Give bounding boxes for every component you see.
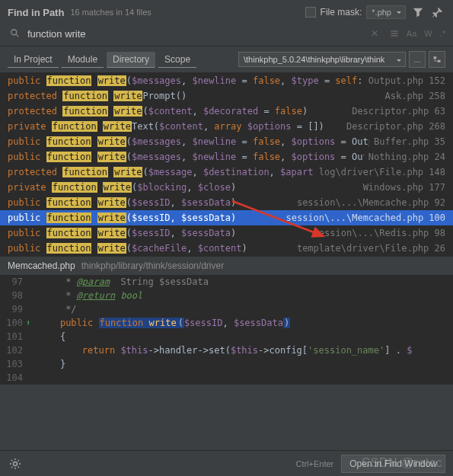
- directory-path[interactable]: \thinkphp_5.0.24\thinkphp\library\think: [238, 52, 406, 67]
- svg-rect-6: [438, 60, 441, 62]
- svg-rect-5: [434, 56, 437, 59]
- result-row[interactable]: public function write($cacheFile, $conte…: [0, 241, 453, 256]
- code-line: 99 */: [0, 302, 453, 316]
- code-line: 104: [0, 371, 453, 385]
- result-row[interactable]: public function write($messages, $newlin…: [0, 73, 453, 88]
- result-row[interactable]: public function write($sessID, $sessData…: [0, 210, 453, 225]
- filemask-label: File mask:: [321, 7, 362, 18]
- filemask-field[interactable]: *.php: [366, 5, 406, 19]
- filemask-checkbox[interactable]: [305, 7, 316, 18]
- words-toggle[interactable]: W: [424, 29, 432, 38]
- code-preview[interactable]: 97 * @param String $sessData98 * @return…: [0, 275, 453, 385]
- preview-filepath: thinkphp/library/think/session/driver: [81, 260, 224, 271]
- result-row[interactable]: public function write($messages, $newlin…: [0, 149, 453, 165]
- tab-directory[interactable]: Directory: [107, 52, 155, 68]
- svg-rect-3: [391, 33, 397, 34]
- svg-point-0: [11, 30, 17, 35]
- result-row[interactable]: public function write($sessID, $sessData…: [0, 195, 453, 210]
- tab-module[interactable]: Module: [62, 52, 104, 68]
- tab-scope[interactable]: Scope: [158, 52, 196, 68]
- dialog-title: Find in Path: [8, 7, 64, 18]
- code-line: 98 * @return bool: [0, 289, 453, 302]
- svg-point-7: [14, 462, 18, 465]
- svg-rect-2: [391, 30, 397, 32]
- open-in-find-window-button[interactable]: Open in Find Window: [341, 455, 445, 473]
- search-input[interactable]: [27, 27, 362, 41]
- code-line: 97 * @param String $sessData: [0, 275, 453, 289]
- search-options: Aa W .*: [407, 29, 445, 38]
- result-row[interactable]: protected function write($content, $deco…: [0, 104, 453, 119]
- code-line: 101 {: [0, 330, 453, 343]
- preview-filename: Memcached.php: [8, 260, 75, 271]
- match-case-toggle[interactable]: Aa: [407, 29, 416, 38]
- clear-icon[interactable]: ✕: [367, 26, 382, 41]
- result-row[interactable]: protected function writePrompt()Ask.php …: [0, 88, 453, 104]
- history-icon[interactable]: [387, 26, 402, 41]
- code-line: 103 }: [0, 357, 453, 371]
- regex-toggle[interactable]: .*: [440, 29, 445, 38]
- filter-icon[interactable]: [410, 5, 426, 20]
- match-count: 16 matches in 14 files: [70, 8, 151, 17]
- shortcut-hint: Ctrl+Enter: [295, 459, 333, 468]
- recursive-toggle[interactable]: [429, 51, 445, 68]
- pin-icon[interactable]: [430, 5, 445, 20]
- result-row[interactable]: private function writeText($content, arr…: [0, 119, 453, 134]
- search-icon: [8, 26, 23, 41]
- svg-line-1: [16, 34, 19, 37]
- result-row[interactable]: protected function write($message, $dest…: [0, 165, 453, 180]
- code-line: 102 return $this->handler->set($this->co…: [0, 343, 453, 357]
- results-list: public function write($messages, $newlin…: [0, 73, 453, 256]
- result-row[interactable]: public function write($sessID, $sessData…: [0, 225, 453, 241]
- tab-in-project[interactable]: In Project: [8, 52, 59, 68]
- code-line: 100⬆ public function write($sessID, $ses…: [0, 316, 453, 330]
- result-row[interactable]: public function write($messages, $newlin…: [0, 134, 453, 149]
- settings-icon[interactable]: [8, 456, 23, 471]
- svg-rect-4: [391, 35, 397, 37]
- result-row[interactable]: private function write($blocking, $close…: [0, 180, 453, 195]
- browse-button[interactable]: ...: [409, 51, 426, 68]
